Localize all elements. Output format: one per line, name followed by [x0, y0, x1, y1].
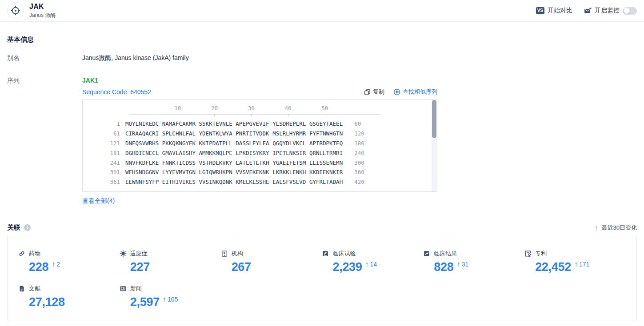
row-amino-acids: WFHSNDGGNV LYYEVMVTGN LGIQWRHKPN VVSVEKE…	[125, 169, 343, 175]
row-amino-acids: CIRAAQACRI SPLCHNLFAL YDENTKLWYA PNRTITV…	[125, 130, 343, 137]
patent-icon	[524, 250, 532, 257]
stat-label: 机构	[232, 250, 243, 258]
associations-header: 关联 最近30日变化	[7, 223, 637, 232]
monitor-label: 开启监控	[595, 7, 620, 15]
sequence-row: 121 DNEQSVWRHS PKKQKNGYEK KKIPDATPLL DAS…	[83, 139, 437, 148]
ruler-line	[129, 114, 380, 115]
sequence-row: 61 CIRAAQACRI SPLCHNLFAL YDENTKLWYA PNRT…	[83, 129, 437, 139]
stat-label: 文献	[29, 285, 40, 293]
stat-value[interactable]: 267	[232, 260, 251, 274]
associations-title: 关联	[7, 223, 20, 232]
row-amino-acids: MQYLNIKEDC NAMAFCAKMR SSKKTEVNLE APEPGVE…	[125, 120, 343, 127]
up-arrow-icon	[52, 260, 55, 268]
ruler-tick	[325, 114, 325, 116]
monitor-mail-icon	[584, 7, 592, 14]
stat-value[interactable]: 2,239	[332, 260, 362, 274]
stat-pill[interactable]: 药物 228 2	[18, 250, 120, 274]
basic-info-title: 基本信息	[7, 36, 637, 44]
stat-building[interactable]: 机构 267	[221, 250, 322, 274]
associations-stats-card: 药物 228 2 适应症 227 机构 267	[7, 236, 637, 321]
row-start-number: 181	[83, 150, 120, 156]
stat-change-number: 105	[168, 295, 178, 303]
stat-value[interactable]: 27,128	[29, 295, 65, 309]
up-arrow-icon	[163, 295, 166, 303]
stat-value[interactable]: 828	[434, 260, 453, 274]
monitor-group: 开启监控	[584, 7, 637, 15]
scrollbar-thumb[interactable]	[432, 100, 436, 138]
stat-change: 2	[52, 260, 60, 268]
stat-label: 临床结果	[434, 250, 457, 258]
stat-label: 专利	[535, 250, 547, 258]
main-content: 基本信息 别名 Janus激酶, Janus kinase (JakA) fam…	[0, 36, 644, 321]
row-start-number: 1	[83, 120, 120, 127]
view-all-link[interactable]: 查看全部(4)	[82, 197, 115, 205]
sequence-name-tab[interactable]: JAK1	[82, 77, 437, 84]
row-start-number: 301	[83, 169, 120, 175]
ruler-tick	[178, 114, 178, 116]
stat-change-number: 2	[56, 260, 60, 268]
recent-change-legend: 最近30日变化	[595, 224, 637, 232]
stat-value[interactable]: 22,452	[535, 260, 571, 274]
sequence-code-link[interactable]: Sequence Code: 640552	[82, 88, 151, 95]
stat-news[interactable]: 新闻 2,597 105	[120, 285, 221, 309]
row-start-number: 61	[83, 130, 120, 137]
row-end-number: 240	[354, 150, 364, 156]
target-logo-icon	[7, 2, 24, 19]
find-similar-label: 查找相似序列	[403, 88, 437, 96]
copy-button[interactable]: 复制	[364, 88, 384, 96]
row-end-number: 360	[354, 169, 364, 175]
page-subtitle: Janus 激酶	[29, 12, 56, 19]
up-arrow-icon	[365, 260, 369, 268]
page-title: JAK	[29, 3, 56, 11]
find-similar-sequence-link[interactable]: 查找相似序列	[393, 88, 437, 96]
sequence-scrollbar[interactable]	[432, 99, 437, 191]
clinical-result-icon	[423, 250, 430, 257]
literature-icon	[18, 285, 25, 292]
alias-label: 别名	[7, 54, 82, 62]
stat-virus[interactable]: 适应症 227	[120, 250, 221, 274]
stat-clinical-result[interactable]: 临床结果 828 31	[423, 250, 524, 274]
pill-icon	[18, 250, 25, 257]
ruler-tick	[288, 114, 288, 116]
stat-change-number: 171	[579, 260, 589, 268]
info-icon[interactable]	[24, 224, 31, 231]
stat-label: 新闻	[130, 285, 142, 293]
stat-patent[interactable]: 专利 22,452 171	[524, 250, 626, 274]
up-arrow-icon	[595, 224, 598, 231]
page-header: JAK Janus 激酶 VS 开始对比 开启监控	[0, 0, 644, 22]
sequence-row: 181 DGHDIENECL GMAVLAISHY AMMKKMQLPE LPK…	[83, 148, 437, 158]
sequence-row: 301 WFHSNDGGNV LYYEVMVTGN LGIQWRHKPN VVS…	[83, 167, 437, 177]
alias-value: Janus激酶, Janus kinase (JakA) family	[82, 54, 189, 62]
compare-label: 开始对比	[548, 7, 572, 15]
row-end-number: 120	[354, 130, 364, 137]
monitor-toggle[interactable]	[623, 7, 637, 15]
stat-literature[interactable]: 文献 27,128	[18, 285, 120, 309]
sequence-label: 序列	[7, 77, 82, 85]
stat-change-number: 14	[370, 260, 377, 268]
stat-clinical-trial[interactable]: 临床试验 2,239 14	[322, 250, 423, 274]
copy-label: 复制	[373, 88, 384, 96]
virus-icon	[120, 250, 127, 257]
vs-icon: VS	[536, 7, 544, 14]
stat-value[interactable]: 228	[29, 260, 48, 274]
alias-row: 别名 Janus激酶, Janus kinase (JakA) family	[7, 54, 637, 62]
sequence-row: 241 NNVFKDFLKE FNNKTICDSS VSTHDLKVKY LAT…	[83, 158, 437, 167]
page-bottom-divider	[0, 325, 644, 325]
sequence-row-section: 序列 JAK1 Sequence Code: 640552 复制	[7, 77, 637, 205]
row-amino-acids: NNVFKDFLKE FNNKTICDSS VSTHDLKVKY LATLETL…	[125, 159, 343, 166]
stat-change: 171	[574, 260, 589, 268]
stat-value[interactable]: 227	[130, 260, 150, 274]
compare-button[interactable]: VS 开始对比	[536, 7, 572, 15]
row-end-number: 60	[354, 120, 361, 127]
row-end-number: 300	[354, 159, 364, 166]
stat-value[interactable]: 2,597	[130, 295, 160, 309]
sequence-viewer: 10 20 30 40 50 1 MQYLNIKEDC NAMAFCAKMR S…	[82, 99, 437, 192]
row-end-number: 180	[354, 140, 364, 147]
sequence-ruler: 10 20 30 40 50	[83, 99, 437, 119]
stat-change: 14	[365, 260, 377, 268]
building-icon	[221, 250, 228, 257]
sequence-row: 1 MQYLNIKEDC NAMAFCAKMR SSKKTEVNLE APEPG…	[83, 119, 437, 129]
row-amino-acids: DGHDIENECL GMAVLAISHY AMMKKMQLPE LPKDISY…	[125, 150, 343, 156]
similar-sequence-icon	[393, 88, 400, 95]
news-icon	[120, 285, 127, 292]
